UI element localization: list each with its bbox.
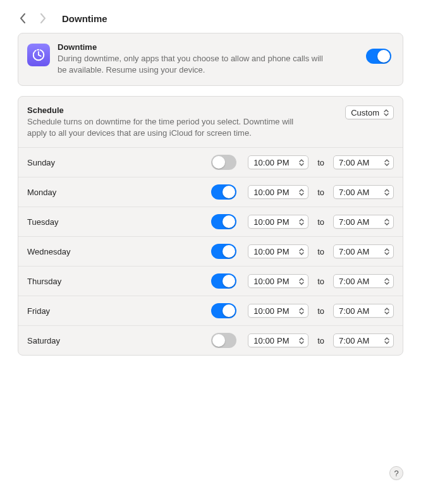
start-time-field[interactable]: 10:00 PM [248,155,308,169]
start-time-text: 10:00 PM [253,158,289,167]
schedule-description: Schedule turns on downtime for the time … [27,116,299,138]
end-time-field[interactable]: 7:00 AM [333,155,394,169]
day-name: Monday [27,188,122,197]
start-time-field[interactable]: 10:00 PM [248,244,308,258]
end-time-text: 7:00 AM [339,277,369,286]
updown-stepper-icon [382,186,391,198]
help-label: ? [394,469,398,478]
to-label: to [315,158,327,167]
updown-stepper-icon [297,275,306,287]
updown-stepper-icon [382,157,391,168]
updown-stepper-icon [382,335,391,346]
start-time-field[interactable]: 10:00 PM [248,185,308,199]
start-time-text: 10:00 PM [253,306,289,316]
start-time-text: 10:00 PM [253,247,289,256]
updown-stepper-icon [382,246,391,257]
end-time-field[interactable]: 7:00 AM [333,304,394,318]
schedule-title: Schedule [27,105,299,115]
day-row: Tuesday10:00 PMto7:00 AM [18,207,403,236]
end-time-text: 7:00 AM [339,306,369,316]
end-time-field[interactable]: 7:00 AM [333,274,394,288]
end-time-field[interactable]: 7:00 AM [333,185,394,199]
day-toggle[interactable] [211,303,236,318]
downtime-summary-card: Downtime During downtime, only apps that… [18,33,403,86]
updown-stepper-icon [382,305,391,316]
end-time-text: 7:00 AM [339,247,369,256]
day-toggle[interactable] [211,273,236,289]
day-row: Saturday10:00 PMto7:00 AM [18,325,403,355]
help-button[interactable]: ? [389,466,403,480]
day-name: Thursday [27,277,122,286]
start-time-text: 10:00 PM [253,336,289,345]
day-name: Wednesday [27,247,122,256]
day-row: Thursday10:00 PMto7:00 AM [18,266,403,296]
day-toggle[interactable] [211,155,236,170]
end-time-text: 7:00 AM [339,158,369,167]
back-button[interactable] [19,13,27,24]
schedule-mode-label: Custom [351,108,379,117]
to-label: to [315,306,327,316]
day-name: Sunday [27,158,122,167]
to-label: to [315,188,327,197]
updown-stepper-icon [382,275,391,287]
day-row: Monday10:00 PMto7:00 AM [18,177,403,207]
day-row: Sunday10:00 PMto7:00 AM [18,147,403,177]
end-time-field[interactable]: 7:00 AM [333,333,394,347]
updown-stepper-icon [297,305,306,316]
day-toggle[interactable] [211,184,236,200]
to-label: to [315,277,327,286]
svg-line-3 [39,55,41,56]
end-time-field[interactable]: 7:00 AM [333,215,394,229]
day-row: Wednesday10:00 PMto7:00 AM [18,236,403,266]
updown-stepper-icon [297,335,306,346]
start-time-field[interactable]: 10:00 PM [248,274,308,288]
day-toggle[interactable] [211,333,236,348]
day-name: Saturday [27,336,122,345]
start-time-text: 10:00 PM [253,277,289,286]
end-time-text: 7:00 AM [339,188,369,197]
updown-stepper-icon [297,157,306,168]
day-toggle[interactable] [211,214,236,229]
start-time-field[interactable]: 10:00 PM [248,333,308,347]
day-name: Friday [27,306,122,316]
end-time-field[interactable]: 7:00 AM [333,244,394,258]
to-label: to [315,247,327,256]
downtime-clock-icon [27,44,50,66]
downtime-master-toggle[interactable] [366,49,391,64]
end-time-text: 7:00 AM [339,217,369,227]
updown-stepper-icon [382,107,391,118]
updown-stepper-icon [382,216,391,227]
updown-stepper-icon [297,216,306,227]
start-time-text: 10:00 PM [253,188,289,197]
day-row: Friday10:00 PMto7:00 AM [18,296,403,325]
schedule-mode-popup[interactable]: Custom [345,105,394,119]
updown-stepper-icon [297,186,306,198]
downtime-description: During downtime, only apps that you choo… [58,53,329,75]
updown-stepper-icon [297,246,306,257]
forward-button [39,13,47,24]
start-time-text: 10:00 PM [253,217,289,227]
downtime-title: Downtime [58,42,358,52]
start-time-field[interactable]: 10:00 PM [248,304,308,318]
to-label: to [315,336,327,345]
nav-bar: Downtime [18,6,403,33]
day-toggle[interactable] [211,244,236,259]
start-time-field[interactable]: 10:00 PM [248,215,308,229]
schedule-card: Schedule Schedule turns on downtime for … [18,96,403,356]
end-time-text: 7:00 AM [339,336,369,345]
page-title: Downtime [62,13,107,24]
day-name: Tuesday [27,217,122,227]
to-label: to [315,217,327,227]
